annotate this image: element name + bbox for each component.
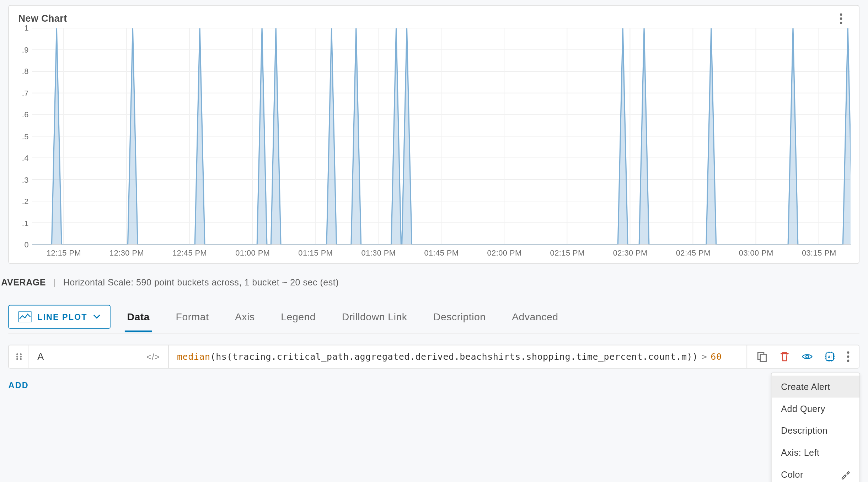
query-ai-button[interactable]: AI	[824, 351, 835, 362]
svg-point-30	[16, 356, 18, 358]
svg-point-40	[847, 355, 850, 358]
query-operator: >	[698, 351, 711, 362]
menu-item-description[interactable]: Description	[772, 419, 859, 441]
query-inner-fn: hs	[216, 351, 227, 362]
svg-point-29	[20, 353, 21, 355]
chart-toolbar: LINE PLOT DataFormatAxisLegendDrilldown …	[8, 305, 859, 334]
x-tick: 02:15 PM	[536, 248, 599, 257]
chart-body: 1.9.8.7.6.5.4.3.2.10 12:15 PM12:30 PM12:…	[17, 28, 850, 261]
menu-item-axis-left[interactable]: Axis: Left	[772, 441, 859, 464]
chart-title: New Chart	[18, 13, 67, 24]
x-tick: 12:15 PM	[32, 248, 95, 257]
line-plot-icon	[18, 311, 32, 322]
query-expression-input[interactable]: median(hs(tracing.critical_path.aggregat…	[168, 345, 747, 368]
x-tick: 03:15 PM	[788, 248, 851, 257]
horizontal-scale-label: Horizontal Scale: 590 point buckets acro…	[63, 277, 339, 287]
plot-type-label: LINE PLOT	[37, 312, 87, 322]
menu-item-label: Color	[781, 470, 803, 480]
chevron-down-icon	[93, 315, 100, 319]
separator: |	[48, 277, 60, 287]
tab-data[interactable]: Data	[125, 311, 152, 332]
menu-item-label: Axis: Left	[781, 448, 819, 457]
x-tick: 02:30 PM	[599, 248, 662, 257]
summary-metric-label: AVERAGE	[1, 277, 46, 287]
tab-drilldown[interactable]: Drilldown Link	[339, 311, 409, 332]
x-tick: 01:30 PM	[347, 248, 410, 257]
svg-rect-35	[760, 354, 766, 362]
query-metric: tracing.critical_path.aggregated.derived…	[232, 351, 687, 362]
query-visibility-toggle[interactable]	[802, 351, 813, 362]
menu-item-color[interactable]: Color	[772, 464, 859, 482]
eyedropper-icon	[840, 470, 850, 480]
svg-point-41	[847, 360, 850, 362]
x-tick: 01:45 PM	[410, 248, 473, 257]
chart-header: New Chart	[17, 11, 850, 28]
query-more-button[interactable]	[847, 351, 850, 362]
svg-point-1	[840, 17, 842, 20]
svg-point-0	[840, 13, 842, 16]
svg-text:AI: AI	[828, 355, 832, 359]
more-vertical-icon	[847, 351, 850, 362]
query-copy-button[interactable]	[757, 351, 767, 362]
trash-icon	[779, 351, 790, 362]
code-toggle-icon[interactable]: </>	[146, 352, 160, 362]
drag-handle-icon	[15, 353, 23, 361]
add-query-button[interactable]: ADD	[8, 380, 859, 390]
tab-description[interactable]: Description	[431, 311, 488, 332]
chart-y-axis: 1.9.8.7.6.5.4.3.2.10	[17, 28, 32, 245]
ai-chip-icon: AI	[824, 351, 835, 362]
x-tick: 12:30 PM	[95, 248, 158, 257]
tab-advanced[interactable]: Advanced	[509, 311, 561, 332]
svg-point-36	[806, 355, 809, 358]
query-actions: AI Create AlertAdd QueryDescriptionAxis:…	[746, 345, 859, 368]
query-fn: median	[177, 351, 210, 362]
menu-item-label: Add Query	[781, 403, 825, 413]
svg-point-28	[16, 353, 18, 355]
svg-point-39	[847, 351, 850, 354]
copy-icon	[757, 351, 767, 362]
query-more-menu: Create AlertAdd QueryDescriptionAxis: Le…	[771, 373, 860, 482]
svg-rect-27	[18, 311, 31, 322]
menu-item-label: Create Alert	[781, 381, 830, 391]
x-tick: 02:45 PM	[662, 248, 725, 257]
svg-point-32	[16, 358, 18, 360]
query-name-cell[interactable]: A </>	[29, 345, 168, 368]
menu-item-label: Description	[781, 425, 827, 435]
x-tick: 01:00 PM	[221, 248, 284, 257]
more-vertical-icon	[840, 13, 842, 24]
svg-point-33	[20, 358, 21, 360]
tab-format[interactable]: Format	[173, 311, 211, 332]
query-row: A </> median(hs(tracing.critical_path.ag…	[8, 345, 859, 369]
chart-plot-svg	[32, 28, 851, 244]
query-delete-button[interactable]	[779, 351, 790, 362]
chart-card: New Chart 1.9.8.7.6.5.4.3.2.10 12:15 PM1…	[8, 5, 859, 264]
query-drag-handle[interactable]	[9, 345, 29, 368]
tab-axis[interactable]: Axis	[232, 311, 257, 332]
eye-icon	[802, 351, 813, 362]
chart-x-axis: 12:15 PM12:30 PM12:45 PM01:00 PM01:15 PM…	[32, 245, 851, 261]
chart-tabs: DataFormatAxisLegendDrilldown LinkDescri…	[125, 306, 561, 332]
x-tick: 03:00 PM	[725, 248, 788, 257]
chart-scale-summary: AVERAGE | Horizontal Scale: 590 point bu…	[0, 272, 868, 291]
svg-point-31	[20, 356, 21, 358]
query-threshold: 60	[711, 351, 722, 362]
plot-type-dropdown[interactable]: LINE PLOT	[8, 305, 110, 329]
svg-point-2	[840, 22, 842, 24]
x-tick: 02:00 PM	[473, 248, 536, 257]
chart-plot-wrap: 12:15 PM12:30 PM12:45 PM01:00 PM01:15 PM…	[32, 28, 851, 261]
tab-legend[interactable]: Legend	[279, 311, 318, 332]
menu-item-add-query[interactable]: Add Query	[772, 398, 859, 420]
x-tick: 12:45 PM	[158, 248, 221, 257]
menu-item-create-alert[interactable]: Create Alert	[772, 376, 859, 398]
query-name: A	[37, 351, 44, 362]
x-tick: 01:15 PM	[284, 248, 347, 257]
chart-more-button[interactable]	[834, 11, 848, 26]
chart-plot[interactable]	[32, 28, 851, 245]
